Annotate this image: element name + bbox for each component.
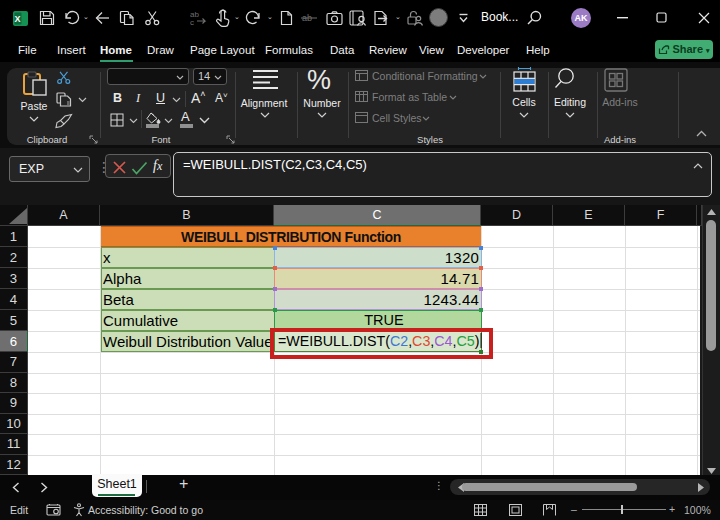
- svg-text:X: X: [15, 14, 21, 24]
- svg-text:c: c: [190, 18, 194, 26]
